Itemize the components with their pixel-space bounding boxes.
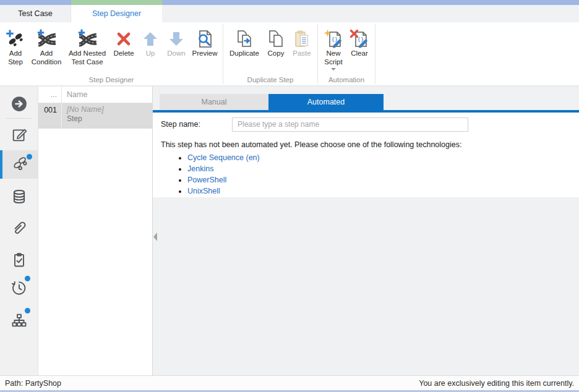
add-nested-label-1: Add Nested	[69, 49, 106, 58]
new-script-button[interactable]: {} New Script	[320, 28, 346, 70]
content-area: ... Name 001 [No Name] Step Manual Autom…	[0, 87, 579, 375]
sidebar-item-navigate[interactable]	[0, 94, 38, 116]
list-item: UnixShell	[187, 187, 579, 195]
delete-button[interactable]: Delete	[110, 28, 137, 58]
edit-icon	[11, 126, 28, 146]
sidebar-item-hierarchy[interactable]	[0, 310, 38, 333]
tab-step-designer[interactable]: Step Designer	[71, 5, 162, 22]
paste-icon	[291, 28, 312, 49]
panel-collapse-handle[interactable]	[153, 232, 157, 241]
list-item: Jenkins	[187, 164, 579, 173]
sidebar-item-edit[interactable]	[0, 125, 38, 147]
step-name-input[interactable]	[232, 117, 468, 132]
column-header-name: Name	[62, 87, 87, 103]
add-nested-label-2: Test Case	[69, 58, 106, 67]
down-icon	[166, 28, 187, 49]
list-item: Cycle Sequence (en)	[187, 153, 579, 162]
down-label: Down	[167, 49, 185, 58]
add-step-label-1: Add	[8, 49, 23, 58]
steps-table: ... Name 001 [No Name] Step	[38, 87, 153, 375]
clear-script-label: Clear	[351, 49, 367, 58]
sidebar-item-steps[interactable]	[0, 150, 38, 179]
history-notification-dot	[25, 276, 30, 281]
copy-button[interactable]: Copy	[263, 28, 289, 58]
duplicate-label: Duplicate	[229, 49, 259, 58]
tab-test-case[interactable]: Test Case	[0, 5, 71, 22]
add-nested-test-case-button[interactable]: Add Nested Test Case	[64, 28, 110, 66]
ribbon-group-automation: {} New Script {}	[318, 24, 375, 83]
delete-label: Delete	[113, 49, 134, 58]
status-editing-notice: You are exclusively editing this item cu…	[419, 379, 574, 388]
ribbon-group-duplicate-step: Duplicate Copy	[223, 24, 318, 83]
active-tab-marker	[71, 0, 162, 5]
preview-label: Preview	[192, 49, 218, 58]
automation-message: This step has not been automated yet. Pl…	[153, 140, 579, 149]
svg-text:{}: {}	[358, 36, 364, 43]
automated-tab-content: Step name: This step has not been automa…	[153, 113, 579, 197]
down-button[interactable]: Down	[163, 28, 189, 58]
new-script-icon: {}	[323, 28, 344, 49]
history-icon	[11, 279, 28, 299]
status-bar: Path: PartyShop You are exclusively edit…	[0, 375, 579, 392]
steps-notification-dot	[27, 154, 32, 160]
preview-button[interactable]: Preview	[189, 28, 220, 58]
step-number: 001	[38, 103, 62, 129]
sidebar-item-attachments[interactable]	[0, 218, 38, 240]
new-script-label-1: New	[324, 49, 342, 58]
hierarchy-icon	[11, 312, 28, 331]
new-script-dropdown-caret[interactable]	[331, 68, 336, 70]
window-top-strip	[0, 0, 579, 5]
hierarchy-notification-dot	[25, 308, 30, 313]
ribbon-group-step-designer: Add Step Add Condition	[0, 24, 223, 83]
duplicate-button[interactable]: Duplicate	[226, 28, 263, 58]
group-label-automation: Automation	[318, 76, 375, 83]
attachments-icon	[11, 219, 28, 239]
up-button[interactable]: Up	[137, 28, 163, 58]
step-name-cell: [No Name]	[67, 105, 104, 114]
navigate-icon	[10, 95, 28, 116]
technology-link-jenkins[interactable]: Jenkins	[187, 164, 213, 173]
data-icon	[11, 188, 28, 208]
checklist-icon	[11, 251, 28, 271]
tab-manual[interactable]: Manual	[160, 94, 268, 110]
editor-tab-bar: Manual Automated	[153, 94, 579, 110]
sidebar-item-history[interactable]	[0, 278, 38, 300]
preview-icon	[194, 28, 215, 49]
steps-table-header: ... Name	[38, 87, 152, 103]
add-step-label-2: Step	[8, 58, 23, 67]
technology-list: Cycle Sequence (en) Jenkins PowerShell U…	[153, 153, 579, 195]
clear-script-button[interactable]: {} Clear	[346, 28, 372, 58]
sidebar-separator	[6, 118, 32, 119]
new-script-label-2: Script	[324, 58, 342, 67]
add-condition-label-2: Condition	[32, 58, 62, 67]
paste-button[interactable]: Paste	[289, 28, 315, 58]
group-label-step-designer: Step Designer	[0, 76, 223, 83]
copy-label: Copy	[268, 49, 285, 58]
copy-icon	[265, 28, 286, 49]
app-window: Test Case Step Designer Add Step	[0, 0, 579, 392]
sidebar-item-data[interactable]	[0, 187, 38, 209]
add-nested-test-case-icon	[77, 28, 98, 49]
add-condition-label-1: Add	[32, 49, 62, 58]
ribbon-toolbar: Add Step Add Condition	[0, 22, 579, 87]
add-step-icon	[5, 28, 26, 49]
up-label: Up	[146, 49, 155, 58]
list-item: PowerShell	[187, 176, 579, 184]
technology-link-unixshell[interactable]: UnixShell	[187, 187, 220, 195]
tab-automated[interactable]: Automated	[268, 94, 384, 110]
group-label-duplicate-step: Duplicate Step	[223, 76, 317, 83]
add-condition-button[interactable]: Add Condition	[28, 28, 64, 66]
add-condition-icon	[36, 28, 57, 49]
delete-icon	[113, 28, 134, 49]
add-step-button[interactable]: Add Step	[2, 28, 28, 66]
technology-link-cycle-sequence[interactable]: Cycle Sequence (en)	[187, 153, 260, 162]
up-icon	[140, 28, 161, 49]
step-type-cell: Step	[67, 114, 104, 124]
sidebar-item-checklist[interactable]	[0, 250, 38, 272]
status-path: Path: PartyShop	[5, 379, 61, 388]
table-row[interactable]: 001 [No Name] Step	[38, 103, 152, 129]
column-header-number: ...	[38, 87, 62, 103]
svg-text:{}: {}	[332, 36, 338, 43]
technology-link-powershell[interactable]: PowerShell	[187, 176, 226, 184]
editor-top-gap	[153, 87, 579, 94]
